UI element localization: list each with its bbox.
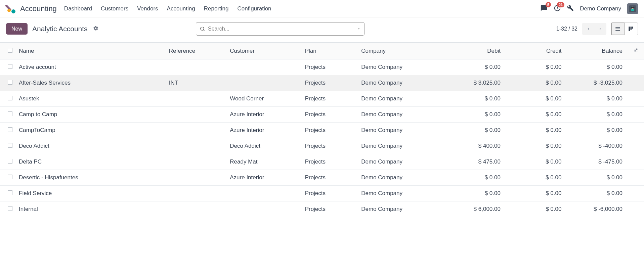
cell-empty [628,154,644,170]
cell-balance: $ -400.00 [567,138,628,154]
nav-accounting[interactable]: Accounting [167,5,195,12]
cell-name: Desertic - Hispafuentes [13,170,164,186]
search-options-toggle[interactable] [353,22,364,36]
cell-company: Demo Company [356,107,445,123]
svg-rect-7 [631,27,632,30]
header-checkbox[interactable] [0,43,13,59]
app-logo-icon[interactable] [6,4,15,13]
cell-name: Internal [13,201,164,217]
cell-debit: $ 400.00 [445,138,506,154]
cell-empty [628,91,644,107]
cell-plan: Projects [300,123,356,138]
control-bar: New Analytic Accounts 1-32 / 32 [0,17,644,42]
row-checkbox[interactable] [0,59,13,75]
row-checkbox[interactable] [0,107,13,123]
header-debit[interactable]: Debit [445,43,506,59]
nav-customers[interactable]: Customers [101,5,128,12]
table-row[interactable]: Delta PCReady MatProjectsDemo Company$ 4… [0,154,644,170]
cell-credit: $ 0.00 [506,123,567,138]
header-customer[interactable]: Customer [224,43,299,59]
header-plan[interactable]: Plan [300,43,356,59]
row-checkbox[interactable] [0,154,13,170]
cell-company: Demo Company [356,59,445,75]
tools-icon[interactable] [567,5,574,13]
cell-reference [164,107,225,123]
nav-dashboard[interactable]: Dashboard [64,5,92,12]
cell-company: Demo Company [356,91,445,107]
breadcrumb-title: Analytic Accounts [32,25,88,33]
cell-company: Demo Company [356,75,445,91]
search-icon [200,26,205,32]
user-avatar[interactable] [627,3,638,14]
cell-debit: $ 0.00 [445,59,506,75]
cell-company: Demo Company [356,123,445,138]
header-options[interactable] [628,43,644,59]
cell-balance: $ -475.00 [567,154,628,170]
cell-plan: Projects [300,75,356,91]
svg-rect-6 [629,27,630,31]
gear-icon[interactable] [93,26,98,32]
table-row[interactable]: After-Sales ServicesINTProjectsDemo Comp… [0,75,644,91]
search-box [196,22,364,36]
header-company[interactable]: Company [356,43,445,59]
row-checkbox[interactable] [0,91,13,107]
table-row[interactable]: InternalProjectsDemo Company$ 6,000.00$ … [0,201,644,217]
app-title[interactable]: Accounting [20,4,57,13]
cell-company: Demo Company [356,138,445,154]
row-checkbox[interactable] [0,170,13,186]
search-input[interactable] [208,26,349,32]
cell-customer: Azure Interior [224,107,299,123]
row-checkbox[interactable] [0,75,13,91]
cell-customer: Deco Addict [224,138,299,154]
cell-customer [224,186,299,201]
cell-name: CampToCamp [13,123,164,138]
cell-balance: $ 0.00 [567,107,628,123]
cell-empty [628,59,644,75]
activities-badge: 21 [557,2,564,7]
messages-icon[interactable]: 5 [540,4,548,13]
pager-prev[interactable] [582,23,594,35]
new-button[interactable]: New [6,23,28,35]
table-row[interactable]: AsustekWood CornerProjectsDemo Company$ … [0,91,644,107]
header-balance[interactable]: Balance [567,43,628,59]
table-row[interactable]: Deco AddictDeco AddictProjectsDemo Compa… [0,138,644,154]
cell-company: Demo Company [356,154,445,170]
row-checkbox[interactable] [0,201,13,217]
table-row[interactable]: CampToCampAzure InteriorProjectsDemo Com… [0,123,644,138]
activities-icon[interactable]: 21 [554,4,561,13]
table-row[interactable]: Active accountProjectsDemo Company$ 0.00… [0,59,644,75]
svg-point-10 [635,50,636,51]
cell-name: Deco Addict [13,138,164,154]
list-view-button[interactable] [611,22,625,35]
cell-customer: Azure Interior [224,170,299,186]
nav-configuration[interactable]: Configuration [237,5,271,12]
kanban-view-button[interactable] [625,22,638,35]
cell-name: Field Service [13,186,164,201]
header-reference[interactable]: Reference [164,43,225,59]
top-nav: Accounting Dashboard Customers Vendors A… [0,0,644,17]
cell-plan: Projects [300,154,356,170]
nav-vendors[interactable]: Vendors [137,5,158,12]
cell-company: Demo Company [356,201,445,217]
cell-customer [224,201,299,217]
row-checkbox[interactable] [0,123,13,138]
cell-credit: $ 0.00 [506,75,567,91]
table-row[interactable]: Desertic - HispafuentesAzure InteriorPro… [0,170,644,186]
header-name[interactable]: Name [13,43,164,59]
cell-name: After-Sales Services [13,75,164,91]
row-checkbox[interactable] [0,138,13,154]
cell-credit: $ 0.00 [506,138,567,154]
table-row[interactable]: Camp to CampAzure InteriorProjectsDemo C… [0,107,644,123]
cell-debit: $ 0.00 [445,123,506,138]
caret-down-icon [357,27,361,31]
table-row[interactable]: Field ServiceProjectsDemo Company$ 0.00$… [0,186,644,201]
header-credit[interactable]: Credit [506,43,567,59]
search-input-wrap[interactable] [196,22,353,36]
cell-empty [628,186,644,201]
pager-next[interactable] [594,23,606,35]
row-checkbox[interactable] [0,186,13,201]
company-selector[interactable]: Demo Company [580,5,621,12]
nav-reporting[interactable]: Reporting [204,5,229,12]
pager-text[interactable]: 1-32 / 32 [556,26,577,32]
cell-credit: $ 0.00 [506,201,567,217]
